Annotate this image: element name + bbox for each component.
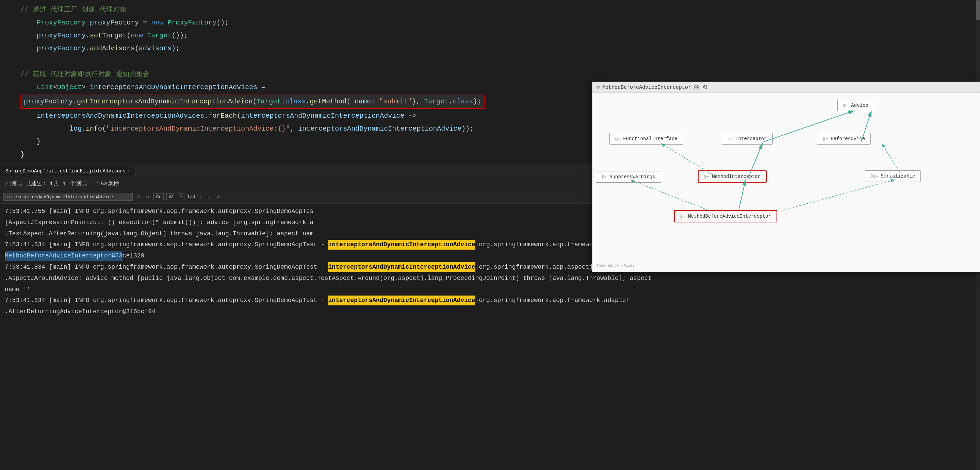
log-text-6: .AspectJAroundAdvice: advice method [pub… <box>5 273 652 283</box>
code-10: } <box>21 151 24 159</box>
log-end-4: ce1329 <box>123 251 145 261</box>
search-next-button[interactable]: ↓ <box>206 194 212 200</box>
code-7: interceptorsAndDynamicInterceptionAdvice… <box>21 112 417 120</box>
search-count: 1/3 <box>187 194 195 199</box>
status-check-icon: ✓ <box>5 180 8 187</box>
log-highlight-5: interceptorsAndDynamicInterceptionAdvice <box>328 262 476 272</box>
comment-1: // 通过 代理工厂 创建 代理对象 <box>21 6 127 14</box>
search-close-button[interactable]: ✕ <box>215 194 222 200</box>
log-text-3: .TestAspect.AfterReturning(java.lang.Obj… <box>5 229 313 239</box>
code-4: proxyFactory.addAdvisors(advisors); <box>21 44 180 52</box>
code-line-comment2: // 获取 代理对象即执行对象 通知的集合 <box>21 68 980 81</box>
log-highlight-4: interceptorsAndDynamicInterceptionAdvice <box>328 240 476 249</box>
log-suffix-5: :org.springframework.aop.aspectj <box>476 262 593 272</box>
log-text-2: [AspectJExpressionPointcut: () execution… <box>5 218 313 227</box>
log-line-9: .AfterReturningAdviceInterceptor@316bcf9… <box>0 306 980 317</box>
search-input[interactable] <box>3 193 133 201</box>
tab-test-run[interactable]: SpringDemoAopTest.testFindEligibleAdviso… <box>0 166 136 176</box>
svg-line-5 <box>739 179 746 210</box>
log-prefix-8: 7:53:41.834 [main] INFO org.springframew… <box>5 295 328 305</box>
svg-line-1 <box>861 111 872 142</box>
code-6: List<Object> interceptorsAndDynamicInter… <box>21 83 266 91</box>
svg-line-7 <box>783 179 895 210</box>
log-text-1: 7:53:41.755 [main] INFO org.springframew… <box>5 206 313 216</box>
search-refresh-icon[interactable]: ↺ <box>144 193 150 200</box>
svg-line-3 <box>660 143 715 176</box>
search-close-icon[interactable]: × <box>135 194 142 200</box>
diagram-titlebar: ⚙ MethodBeforeAdviceInterceptor 的 图 <box>592 82 980 93</box>
diagram-title-icon: ⚙ <box>597 84 600 91</box>
diagram-canvas: @⚬ Advice @⚬ FunctionalInterface i⚬ Inte… <box>592 93 980 270</box>
code-line-1: // 通过 代理工厂 创建 代理对象 <box>21 3 980 16</box>
code-line-3: proxyFactory.setTarget(new Target()); <box>21 29 980 42</box>
code-line-5 <box>21 55 980 68</box>
log-suffix-8: :org.springframework.aop.framework.adapt… <box>476 295 630 305</box>
search-prev-button[interactable]: ↑ <box>198 194 204 200</box>
comment-2: // 获取 代理对象即执行对象 通知的集合 <box>21 70 150 78</box>
code-line-2: ProxyFactory proxyFactory = new ProxyFac… <box>21 16 980 29</box>
close-icon[interactable]: × <box>127 169 130 173</box>
svg-line-6 <box>630 179 708 210</box>
log-blue-4: MethodBeforeAdviceInterceptor@53 <box>5 251 123 261</box>
search-cc-button[interactable]: Cc <box>153 193 164 200</box>
main-container: // 通过 代理工厂 创建 代理对象 ProxyFactory proxyFac… <box>0 0 980 470</box>
svg-line-2 <box>749 143 762 176</box>
tab-label: SpringDemoAopTest.testFindEligibleAdviso… <box>5 168 126 174</box>
code-3: proxyFactory.setTarget(new Target()); <box>21 32 188 40</box>
search-w-button[interactable]: W <box>166 193 175 200</box>
diagram-overlay: ⚙ MethodBeforeAdviceInterceptor 的 图 <box>592 82 980 272</box>
log-text-7: name '' <box>5 285 30 295</box>
log-prefix-4: 7:53:41.834 [main] INFO org.springframew… <box>5 240 328 249</box>
highlighted-code: proxyFactory.getInterceptorsAndDynamicIn… <box>21 95 485 109</box>
code-line-4: proxyFactory.addAdvisors(advisors); <box>21 42 980 55</box>
svg-line-4 <box>882 143 902 176</box>
log-text-9: .AfterReturningAdviceInterceptor@316bcf9… <box>5 307 156 317</box>
search-regex-button[interactable]: * <box>178 193 185 200</box>
log-prefix-5: 7:53:41.834 [main] INFO org.springframew… <box>5 262 328 272</box>
diagram-title: MethodBeforeAdviceInterceptor 的 图 <box>602 84 708 91</box>
code-8: log.info("interceptorsAndDynamicIntercep… <box>21 125 474 133</box>
log-line-7: name '' <box>0 284 980 295</box>
svg-line-0 <box>762 111 854 142</box>
test-status-text: 测试 已通过: 1共 1 个测试 - 153毫秒 <box>10 179 119 187</box>
log-highlight-8: interceptorsAndDynamicInterceptionAdvice <box>328 295 476 305</box>
code-2: ProxyFactory proxyFactory = new ProxyFac… <box>21 19 229 27</box>
code-9: } <box>21 138 41 146</box>
log-line-6: .AspectJAroundAdvice: advice method [pub… <box>0 273 980 284</box>
log-line-8: 7:53:41.834 [main] INFO org.springframew… <box>0 295 980 306</box>
scrollbar-thumb[interactable] <box>976 0 980 21</box>
